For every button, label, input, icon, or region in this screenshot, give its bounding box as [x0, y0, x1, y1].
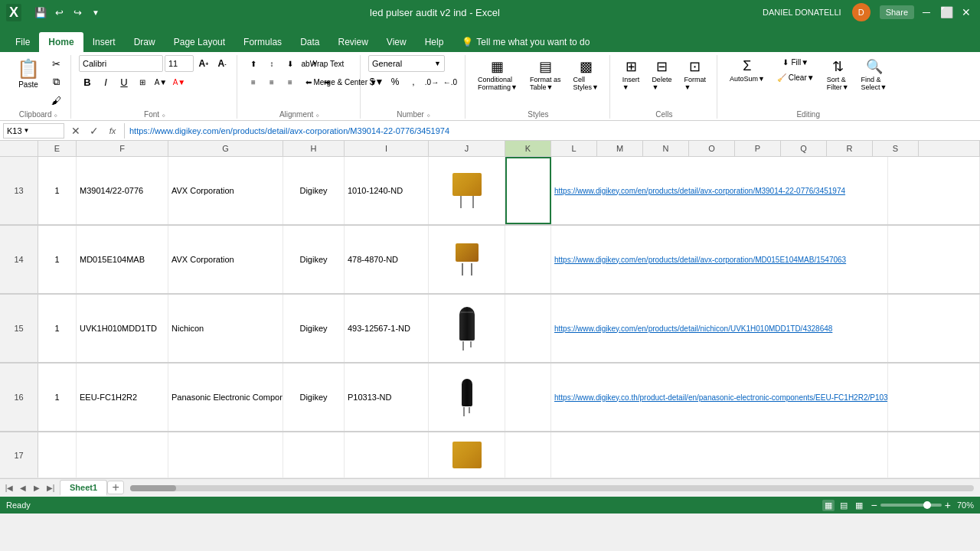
minimize-button[interactable]: ─	[919, 5, 934, 20]
col-header-i[interactable]: I	[345, 141, 429, 156]
cell-h14[interactable]: Digikey	[283, 226, 345, 293]
cell-g14[interactable]: AVX Corporation	[168, 226, 283, 293]
cell-h13[interactable]: Digikey	[283, 157, 345, 224]
cell-link-17[interactable]	[551, 432, 888, 478]
cell-g16[interactable]: Panasonic Electronic Components	[168, 364, 283, 431]
scrollbar-thumb[interactable]	[130, 485, 176, 491]
align-middle-button[interactable]: ↕	[263, 55, 280, 72]
scrollbar-track[interactable]	[130, 485, 974, 491]
cut-button[interactable]: ✂	[47, 55, 64, 72]
normal-view-button[interactable]: ▦	[822, 500, 835, 511]
cell-e15[interactable]: 1	[38, 295, 77, 362]
autosum-button[interactable]: Σ AutoSum▼	[725, 55, 769, 86]
format-as-table-button[interactable]: ▤ Format asTable▼	[525, 55, 566, 94]
cell-f14[interactable]: MD015E104MAB	[77, 226, 168, 293]
next-sheet-button[interactable]: ▶	[31, 482, 43, 494]
cell-h16[interactable]: Digikey	[283, 364, 345, 431]
formula-input[interactable]	[124, 123, 977, 139]
increase-decimal-button[interactable]: .0→	[423, 73, 440, 90]
sort-filter-button[interactable]: ⇅ Sort &Filter▼	[822, 55, 854, 94]
delete-button[interactable]: ⊟ Delete▼	[647, 55, 676, 94]
col-header-m[interactable]: M	[597, 141, 643, 156]
cell-link-16[interactable]: https://www.digikey.co.th/product-detail…	[551, 364, 888, 431]
align-bottom-button[interactable]: ⬇	[282, 55, 299, 72]
cell-e13[interactable]: 1	[38, 157, 77, 224]
undo-button[interactable]: ↩	[51, 4, 67, 21]
cell-f16[interactable]: EEU-FC1H2R2	[77, 364, 168, 431]
conditional-formatting-button[interactable]: ▦ ConditionalFormatting▼	[473, 55, 522, 94]
cell-i16[interactable]: P10313-ND	[345, 364, 429, 431]
find-select-button[interactable]: 🔍 Find &Select▼	[857, 55, 892, 94]
align-top-button[interactable]: ⬆	[245, 55, 262, 72]
decrease-decimal-button[interactable]: ←.0	[442, 73, 459, 90]
page-break-view-button[interactable]: ▦	[853, 500, 865, 511]
col-header-l[interactable]: L	[551, 141, 597, 156]
tab-tell-me[interactable]: 💡 Tell me what you want to do	[452, 32, 599, 52]
col-header-j[interactable]: J	[429, 141, 505, 156]
font-family-input[interactable]	[79, 55, 163, 72]
confirm-formula-button[interactable]: ✓	[86, 123, 103, 139]
cell-k13-link[interactable]: https://www.digikey.com/en/products/deta…	[551, 157, 888, 224]
cell-g17[interactable]	[168, 432, 283, 478]
fill-color-button[interactable]: A▼	[152, 73, 169, 90]
cell-k15[interactable]	[505, 295, 551, 362]
paste-button[interactable]: 📋 Paste	[12, 55, 44, 92]
zoom-thumb[interactable]	[923, 501, 931, 509]
col-header-s[interactable]: S	[873, 141, 919, 156]
border-button[interactable]: ⊞	[134, 73, 151, 90]
last-sheet-button[interactable]: ▶|	[44, 482, 57, 494]
cell-h15[interactable]: Digikey	[283, 295, 345, 362]
cell-j17[interactable]	[429, 432, 505, 478]
insert-button[interactable]: ⊞ Insert▼	[618, 55, 645, 94]
cell-j15[interactable]	[429, 295, 505, 362]
zoom-out-button[interactable]: −	[871, 499, 877, 511]
align-right-button[interactable]: ≡	[282, 73, 299, 90]
cell-k16[interactable]	[505, 364, 551, 431]
tab-page-layout[interactable]: Page Layout	[165, 32, 234, 52]
col-header-e[interactable]: E	[38, 141, 77, 156]
page-layout-view-button[interactable]: ▤	[838, 500, 850, 511]
cell-k13[interactable]	[505, 157, 551, 224]
tab-draw[interactable]: Draw	[125, 32, 165, 52]
currency-button[interactable]: $▼	[368, 73, 385, 90]
tab-review[interactable]: Review	[328, 32, 377, 52]
cell-i14[interactable]: 478-4870-ND	[345, 226, 429, 293]
cell-g13[interactable]: AVX Corporation	[168, 157, 283, 224]
col-header-n[interactable]: N	[643, 141, 689, 156]
prev-sheet-button[interactable]: ◀	[17, 482, 29, 494]
bold-button[interactable]: B	[79, 73, 96, 90]
cell-link-14[interactable]: https://www.digikey.com/en/products/deta…	[551, 226, 888, 293]
italic-button[interactable]: I	[97, 73, 114, 90]
font-size-input[interactable]	[165, 55, 194, 72]
first-sheet-button[interactable]: |◀	[3, 482, 15, 494]
comma-button[interactable]: ,	[405, 73, 422, 90]
cell-k17[interactable]	[505, 432, 551, 478]
cell-f15[interactable]: UVK1H010MDD1TD	[77, 295, 168, 362]
align-center-button[interactable]: ≡	[263, 73, 280, 90]
close-button[interactable]: ✕	[959, 5, 974, 20]
clear-button[interactable]: 🧹 Clear▼	[773, 70, 819, 85]
cell-e16[interactable]: 1	[38, 364, 77, 431]
tab-view[interactable]: View	[377, 32, 416, 52]
cell-i13[interactable]: 1010-1240-ND	[345, 157, 429, 224]
cell-styles-button[interactable]: ▩ CellStyles▼	[568, 55, 603, 94]
cancel-formula-button[interactable]: ✕	[67, 123, 84, 139]
sheet-tab-sheet1[interactable]: Sheet1	[60, 480, 107, 496]
wrap-text-button[interactable]: Wrap Text	[318, 55, 335, 72]
cell-link-15[interactable]: https://www.digikey.com/en/products/deta…	[551, 295, 888, 362]
merge-center-button[interactable]: Merge & Center ▼	[337, 73, 354, 90]
tab-data[interactable]: Data	[291, 32, 328, 52]
save-button[interactable]: 💾	[32, 4, 49, 21]
redo-button[interactable]: ↪	[69, 4, 86, 21]
col-header-r[interactable]: R	[827, 141, 873, 156]
add-sheet-button[interactable]: +	[107, 481, 124, 494]
cell-ref-dropdown[interactable]: ▼	[24, 127, 30, 134]
insert-function-button[interactable]: fx	[104, 123, 121, 139]
tab-home[interactable]: Home	[39, 32, 83, 52]
restore-button[interactable]: ⬜	[939, 5, 954, 20]
tab-formulas[interactable]: Formulas	[234, 32, 291, 52]
col-header-q[interactable]: Q	[781, 141, 827, 156]
cell-i15[interactable]: 493-12567-1-ND	[345, 295, 429, 362]
font-shrink-button[interactable]: A-	[214, 55, 230, 72]
horizontal-scrollbar[interactable]	[124, 484, 980, 493]
